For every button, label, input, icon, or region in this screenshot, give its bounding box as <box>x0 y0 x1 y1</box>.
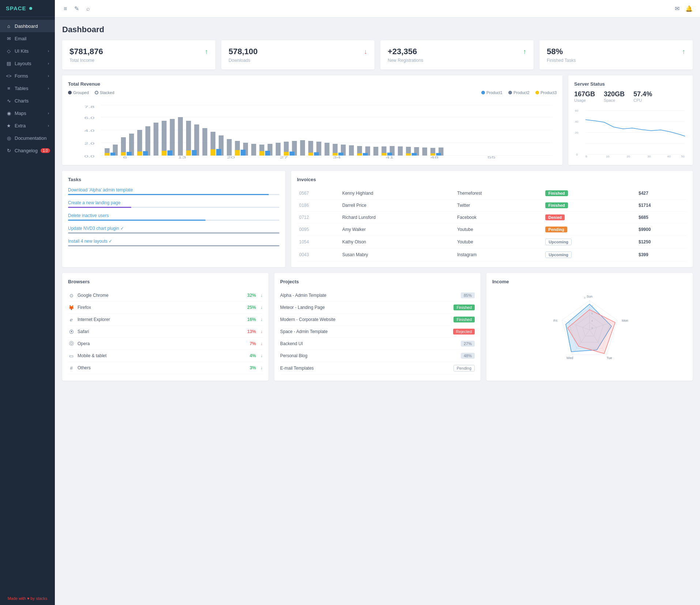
browser-item-2: ℯ Internet Explorer 16% ↓ <box>68 314 263 326</box>
task-link-1[interactable]: Create a new landing page <box>68 200 279 205</box>
browser-name-1: Firefox <box>78 305 244 310</box>
svg-rect-58 <box>235 150 240 156</box>
svg-text:3: 3 <box>591 327 593 329</box>
sidebar: SPACE ⌂ Dashboard ✉ Email ◇ UI Kits › ▤ … <box>0 0 55 605</box>
task-link-3[interactable]: Update NVD3 chart plugin ✓ <box>68 226 279 231</box>
task-link-2[interactable]: Delete inactive users <box>68 213 279 218</box>
svg-text:8: 8 <box>584 296 586 299</box>
svg-text:0.0: 0.0 <box>84 154 95 158</box>
product-legend: Product1 Product2 Product3 <box>481 90 557 95</box>
svg-rect-53 <box>121 152 126 156</box>
browser-pct-4: 7% <box>250 341 256 346</box>
sidebar-item-tables[interactable]: ≡ Tables › <box>0 82 55 94</box>
svg-rect-19 <box>178 117 183 156</box>
legend-p2: Product2 <box>508 90 530 95</box>
invoice-badge-1: Finished <box>545 202 568 208</box>
sidebar-icon-uikits: ◇ <box>6 48 12 54</box>
browser-icon-4: Ⓞ <box>68 340 75 347</box>
task-item-2: Delete inactive users <box>68 213 279 221</box>
task-item-1: Create a new landing page <box>68 200 279 208</box>
stat-card-1: 578,100 ↓ Downloads <box>221 40 375 70</box>
task-link-4[interactable]: Install 4 new layouts ✓ <box>68 239 279 244</box>
stat-label-0: Total Income <box>69 58 208 63</box>
chevron-icon: › <box>48 86 49 90</box>
sidebar-item-layouts[interactable]: ▤ Layouts › <box>0 57 55 70</box>
browser-trend-4: ↓ <box>260 341 263 346</box>
projects-list: Alpha - Admin Template 85% Meteor - Land… <box>280 290 475 375</box>
invoice-id-2: 0712 <box>297 212 340 224</box>
invoice-name-1: Darrell Price <box>340 199 455 212</box>
page-title: Dashboard <box>62 25 693 34</box>
menu-icon[interactable]: ≡ <box>62 4 68 14</box>
task-bar-bg-1 <box>68 207 279 208</box>
browser-item-6: # Others 3% ↓ <box>68 362 263 374</box>
sidebar-label-email: Email <box>15 36 49 41</box>
chevron-icon: › <box>48 49 49 53</box>
svg-text:2.0: 2.0 <box>84 142 95 145</box>
sidebar-item-maps[interactable]: ◉ Maps › <box>0 107 55 119</box>
svg-rect-71 <box>192 150 196 156</box>
invoice-name-2: Richard Lunsford <box>340 212 455 224</box>
project-name-1: Meteor - Landing Page <box>280 305 451 310</box>
mail-icon[interactable]: ✉ <box>675 5 680 12</box>
browser-item-0: ⊙ Google Chrome 32% ↓ <box>68 290 263 302</box>
invoices-title: Invoices <box>297 177 687 182</box>
sidebar-icon-extra: ★ <box>6 123 12 128</box>
svg-rect-57 <box>211 149 215 156</box>
svg-rect-17 <box>162 121 166 156</box>
invoice-company-3: Youtube <box>455 224 543 236</box>
server-stat-2: 57.4% CPU <box>633 90 652 102</box>
task-link-0[interactable]: Download 'Alpha' admin template <box>68 187 279 193</box>
browser-name-0: Google Chrome <box>78 293 244 298</box>
pencil-icon[interactable]: ✎ <box>73 4 80 14</box>
svg-rect-43 <box>373 147 378 156</box>
invoice-status-4: Upcoming <box>543 236 636 249</box>
invoice-row-2: 0712 Richard Lunsford Facebook Denied $6… <box>297 212 687 224</box>
svg-rect-80 <box>412 153 417 156</box>
svg-rect-20 <box>186 121 191 156</box>
project-item-0: Alpha - Admin Template 85% <box>280 290 475 302</box>
sidebar-icon-dashboard: ⌂ <box>6 23 12 29</box>
svg-rect-28 <box>251 144 256 156</box>
bell-icon[interactable]: 🔔 <box>685 5 693 12</box>
chevron-icon: › <box>48 74 49 78</box>
svg-text:30: 30 <box>647 155 651 158</box>
footer-suffix: by stacks <box>30 596 47 601</box>
sidebar-item-forms[interactable]: <> Forms › <box>0 70 55 82</box>
svg-rect-69 <box>143 151 148 156</box>
svg-rect-49 <box>422 147 427 156</box>
stat-label-2: New Registrations <box>388 58 526 63</box>
project-item-1: Meteor - Landing Page Finished <box>280 302 475 314</box>
stat-card-2: +23,356 ↑ New Registrations <box>380 40 534 70</box>
browser-icon-3: ⦿ <box>68 328 75 335</box>
invoice-company-5: Instagram <box>455 249 543 261</box>
svg-rect-59 <box>259 151 264 156</box>
radar-container: Sun Mon Tue Wed Fri 8 6 4 3 8 <box>492 290 687 370</box>
browser-pct-3: 13% <box>247 329 256 334</box>
browser-icon-1: 🦊 <box>68 304 75 311</box>
server-stat-label-1: Space <box>604 98 625 102</box>
svg-rect-70 <box>168 150 172 156</box>
task-bar-bg-4 <box>68 245 279 246</box>
proj-badge-2: Finished <box>454 317 475 322</box>
svg-rect-34 <box>300 140 305 156</box>
sidebar-item-extra[interactable]: ★ Extra › <box>0 119 55 132</box>
svg-rect-60 <box>284 152 289 156</box>
stat-card-header-2: +23,356 ↑ <box>388 47 526 56</box>
sidebar-item-uikits[interactable]: ◇ UI Kits › <box>0 45 55 57</box>
server-stat-1: 320GB Space <box>604 90 625 102</box>
sidebar-item-changelog[interactable]: ↻ Changelog 1.0 <box>0 144 55 157</box>
sidebar-item-email[interactable]: ✉ Email <box>0 32 55 45</box>
sidebar-item-charts[interactable]: ∿ Charts <box>0 94 55 107</box>
project-name-5: Personal Blog <box>280 353 458 358</box>
svg-text:6: 6 <box>591 312 593 315</box>
invoice-badge-5: Upcoming <box>545 251 572 258</box>
legend-grouped: Grouped <box>68 90 89 95</box>
browser-trend-1: ↓ <box>260 305 263 310</box>
sidebar-item-dashboard[interactable]: ⌂ Dashboard <box>0 20 55 32</box>
income-card: Income <box>486 273 693 381</box>
svg-rect-75 <box>290 152 294 156</box>
trend-icon-1: ↓ <box>364 48 367 56</box>
sidebar-item-documentation[interactable]: ◎ Documentation <box>0 132 55 144</box>
search-icon[interactable]: ⌕ <box>85 4 91 14</box>
